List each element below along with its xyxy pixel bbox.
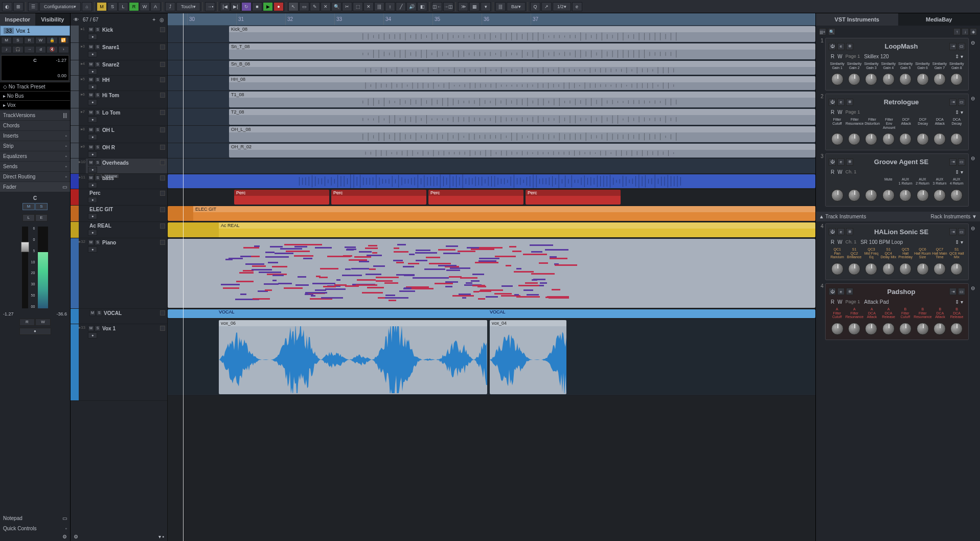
track-record[interactable]: ●: [88, 197, 97, 203]
param-knob[interactable]: [848, 263, 860, 275]
audio-clip[interactable]: Perc: [428, 190, 523, 205]
track-preset-slot[interactable]: ◇ No Track Preset: [0, 82, 70, 91]
instrument-name[interactable]: HALion Sonic SE: [856, 228, 946, 236]
freeze-icon[interactable]: ❄: [846, 288, 853, 295]
param-knob[interactable]: [865, 323, 877, 335]
track-solo[interactable]: S: [95, 144, 101, 150]
track-lane[interactable]: Kick_08: [168, 26, 815, 43]
section-chords[interactable]: Chords: [0, 121, 70, 131]
mute-tool[interactable]: ✕: [363, 2, 374, 11]
write-icon[interactable]: W: [837, 54, 842, 59]
param-knob[interactable]: [899, 189, 911, 201]
track-lane[interactable]: OH_L_08: [168, 126, 815, 143]
track-record[interactable]: ●: [88, 84, 97, 90]
track-record[interactable]: ●: [88, 34, 97, 40]
preset-browser-icon[interactable]: ◈: [970, 28, 977, 35]
param-knob[interactable]: [917, 73, 929, 85]
line-tool[interactable]: ╱: [396, 2, 406, 11]
track-lane[interactable]: OH_R_02: [168, 143, 815, 159]
grid-type[interactable]: Bar ▾: [507, 2, 526, 11]
track-edit-icon[interactable]: [160, 93, 165, 98]
track-edit-icon[interactable]: [160, 191, 165, 196]
track-record[interactable]: ●: [88, 51, 97, 57]
add-track-icon[interactable]: +: [152, 17, 155, 22]
playhead-cursor[interactable]: [183, 13, 184, 541]
audio-clip[interactable]: OH_L_08: [229, 126, 815, 142]
instrument-name[interactable]: LoopMash: [856, 42, 946, 50]
audio-clip[interactable]: Perc: [234, 190, 329, 205]
track-row[interactable]: Perc●: [71, 189, 167, 206]
snap-toggle[interactable]: ≫: [458, 2, 468, 11]
mute-cell[interactable]: M: [1, 37, 12, 44]
power-icon[interactable]: ⏻: [829, 99, 836, 106]
track-row[interactable]: MSVOCAL: [71, 309, 167, 324]
audio-clip[interactable]: Sn_T_08: [229, 43, 815, 59]
fader-handle[interactable]: [21, 242, 29, 252]
fader-read-btn[interactable]: R: [19, 319, 35, 326]
output-routing[interactable]: ▸ Vox: [0, 100, 70, 109]
track-name[interactable]: Ac REAL: [89, 223, 158, 229]
track-mute[interactable]: M: [88, 144, 94, 150]
musical-mode-cell[interactable]: ♪: [1, 46, 12, 53]
grid-icon[interactable]: ▦: [469, 2, 480, 11]
track-name[interactable]: Lo Tom: [102, 110, 158, 116]
track-edit-icon[interactable]: [160, 326, 165, 331]
fader-record-btn[interactable]: ●: [19, 328, 51, 335]
split-tool[interactable]: ✂: [342, 2, 352, 11]
page-label[interactable]: Ch. 1: [846, 239, 857, 245]
audio-clip[interactable]: HH_08: [229, 76, 815, 90]
fader-listen-btn[interactable]: L: [22, 214, 35, 221]
erase-tool[interactable]: ✕: [321, 2, 331, 11]
options-icon[interactable]: ▭: [958, 43, 965, 50]
track-name[interactable]: Snare2: [102, 62, 158, 67]
track-record[interactable]: ●: [88, 69, 97, 75]
section-notepad[interactable]: Notepad▭: [0, 513, 70, 524]
track-name[interactable]: Kick: [102, 27, 158, 33]
audio-clip[interactable]: T1_08: [229, 92, 815, 107]
param-knob[interactable]: [831, 133, 844, 145]
quantize-preset[interactable]: 1/2 ▾: [553, 2, 571, 11]
iterative-q-btn[interactable]: ↗: [541, 2, 552, 11]
preset-name[interactable]: [864, 109, 955, 115]
instrument-name[interactable]: Retrologue: [856, 98, 946, 106]
track-name[interactable]: OH R: [102, 145, 158, 150]
track-mute[interactable]: M: [88, 61, 94, 67]
divide-tracklist-icon[interactable]: ▾ ▪: [158, 534, 164, 541]
comp-tool[interactable]: |||: [374, 2, 384, 11]
record-btn[interactable]: ●: [274, 2, 284, 11]
auto-btn[interactable]: A: [150, 2, 161, 11]
automation-mode[interactable]: Touch ▾: [176, 2, 200, 11]
track-record[interactable]: ●: [88, 99, 97, 105]
track-lane[interactable]: HH_08: [168, 76, 815, 91]
track-edit-icon[interactable]: [160, 175, 165, 181]
track-mute[interactable]: M: [88, 175, 94, 181]
inspector-track-header[interactable]: 33 Vox 1: [0, 26, 70, 36]
section-equalizers[interactable]: Equalizers◦: [0, 151, 70, 162]
track-name[interactable]: Hi Tom: [102, 93, 158, 98]
fader-edit-btn[interactable]: E: [35, 214, 48, 221]
track-mute[interactable]: M: [88, 27, 94, 33]
param-knob[interactable]: [831, 323, 844, 335]
track-edit-icon[interactable]: [160, 240, 165, 245]
collapse-icon[interactable]: ⊖: [971, 96, 975, 101]
visibility-icon[interactable]: 👁: [74, 17, 79, 22]
loop-cell[interactable]: 🔁: [58, 37, 69, 44]
prev-preset-icon[interactable]: ↑: [953, 28, 961, 35]
options-icon[interactable]: ▭: [958, 228, 965, 235]
setup-icon[interactable]: ⚙: [0, 534, 70, 541]
write-icon[interactable]: W: [837, 169, 842, 175]
config-dropdown[interactable]: Configurations ▾: [39, 2, 81, 11]
track-lane[interactable]: T1_08: [168, 91, 815, 108]
param-knob[interactable]: [933, 189, 946, 201]
audio-clip[interactable]: [168, 174, 815, 188]
options-icon[interactable]: ▭: [958, 159, 965, 166]
output-icon[interactable]: ⇥: [949, 159, 956, 166]
track-solo[interactable]: S: [95, 109, 101, 116]
fader-db-value[interactable]: -1.27: [3, 311, 14, 317]
preset-name[interactable]: [860, 169, 955, 175]
page-label[interactable]: Page 1: [846, 109, 860, 115]
track-name[interactable]: Perc: [89, 190, 158, 196]
track-solo[interactable]: S: [95, 27, 101, 33]
track-record[interactable]: ●: [88, 246, 97, 253]
preset-spinner-icon[interactable]: ⇕ ▾: [955, 109, 963, 115]
